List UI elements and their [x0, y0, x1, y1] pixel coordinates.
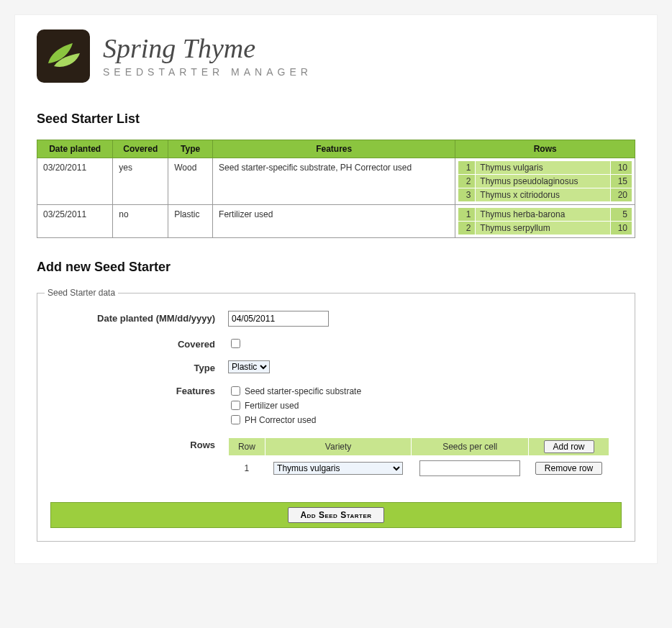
- table-row: 03/25/2011noPlasticFertilizer used1Thymu…: [37, 205, 635, 238]
- remove-row-button[interactable]: Remove row: [535, 462, 602, 475]
- brand-text: Spring Thyme SEEDSTARTER MANAGER: [103, 35, 312, 78]
- inner-cell: Thymus serpyllum: [476, 222, 611, 235]
- inner-cell: 1: [458, 161, 476, 175]
- feature-label: PH Corrector used: [245, 415, 316, 425]
- feature-checkbox[interactable]: [231, 401, 240, 410]
- type-select[interactable]: PlasticWood: [228, 360, 270, 373]
- rows-editor-table: Row Variety Seeds per cell Add row 1Thym…: [228, 437, 609, 481]
- inner-cell: 5: [611, 208, 632, 222]
- add-row-button[interactable]: Add row: [544, 440, 594, 453]
- feature-label: Seed starter-specific substrate: [245, 386, 361, 396]
- covered-checkbox[interactable]: [231, 339, 240, 348]
- brand-subtitle: SEEDSTARTER MANAGER: [103, 66, 312, 78]
- table-cell: 03/25/2011: [37, 205, 113, 238]
- col-covered: Covered: [113, 140, 168, 158]
- col-rows: Rows: [455, 140, 635, 158]
- label-rows: Rows: [45, 437, 228, 450]
- inner-cell: Thymus vulgaris: [476, 161, 611, 175]
- add-section-title: Add new Seed Starter: [37, 260, 635, 275]
- feature-checkbox[interactable]: [231, 415, 240, 424]
- brand-header: Spring Thyme SEEDSTARTER MANAGER: [15, 29, 657, 90]
- inner-cell: 15: [611, 175, 632, 188]
- leaf-icon: [44, 42, 83, 70]
- submit-bar: Add Seed Starter: [50, 502, 622, 528]
- rows-col-row: Row: [229, 438, 265, 456]
- inner-cell: Thymus herba-barona: [476, 208, 611, 222]
- inner-cell: 2: [458, 222, 476, 235]
- label-covered: Covered: [45, 337, 228, 350]
- feature-label: Fertilizer used: [245, 401, 299, 411]
- label-type: Type: [45, 360, 228, 373]
- page-container: Spring Thyme SEEDSTARTER MANAGER Seed St…: [14, 14, 658, 564]
- table-cell: yes: [113, 158, 168, 205]
- table-cell-rows: 1Thymus herba-barona52Thymus serpyllum10: [455, 205, 635, 238]
- inner-cell: Thymus x citriodorus: [476, 188, 611, 202]
- add-seed-starter-button[interactable]: Add Seed Starter: [288, 507, 383, 523]
- rows-col-seeds: Seeds per cell: [412, 438, 529, 456]
- feature-checkbox[interactable]: [231, 386, 240, 396]
- col-features: Features: [213, 140, 455, 158]
- inner-cell: 1: [458, 208, 476, 222]
- brand-title: Spring Thyme: [103, 35, 312, 62]
- inner-cell: 10: [611, 161, 632, 175]
- seed-starter-fieldset: Seed Starter data Date planted (MM/dd/yy…: [37, 288, 635, 542]
- variety-select[interactable]: Thymus vulgarisThymus pseudolaginosusThy…: [273, 462, 403, 475]
- col-type: Type: [168, 140, 213, 158]
- table-cell-rows: 1Thymus vulgaris102Thymus pseudolaginosu…: [455, 158, 635, 205]
- seeds-input[interactable]: [419, 460, 520, 476]
- table-row: 03/20/2011yesWoodSeed starter-specific s…: [37, 158, 635, 205]
- table-cell: no: [113, 205, 168, 238]
- table-cell: 03/20/2011: [37, 158, 113, 205]
- date-input[interactable]: [228, 311, 329, 327]
- label-date: Date planted (MM/dd/yyyy): [45, 311, 228, 324]
- rows-col-variety: Variety: [265, 438, 411, 456]
- col-date: Date planted: [37, 140, 113, 158]
- label-features: Features: [45, 383, 228, 396]
- rows-col-addrow: Add row: [529, 438, 609, 456]
- inner-cell: Thymus pseudolaginosus: [476, 175, 611, 188]
- table-cell: Plastic: [168, 205, 213, 238]
- brand-logo: [37, 29, 90, 83]
- table-cell: Seed starter-specific substrate, PH Corr…: [213, 158, 455, 205]
- fieldset-legend: Seed Starter data: [45, 288, 118, 298]
- row-number: 1: [229, 456, 265, 481]
- list-section-title: Seed Starter List: [37, 112, 635, 127]
- inner-cell: 10: [611, 222, 632, 235]
- inner-cell: 2: [458, 175, 476, 188]
- seed-starter-table: Date planted Covered Type Features Rows …: [37, 140, 635, 238]
- table-cell: Wood: [168, 158, 213, 205]
- table-cell: Fertilizer used: [213, 205, 455, 238]
- inner-cell: 20: [611, 188, 632, 202]
- inner-cell: 3: [458, 188, 476, 202]
